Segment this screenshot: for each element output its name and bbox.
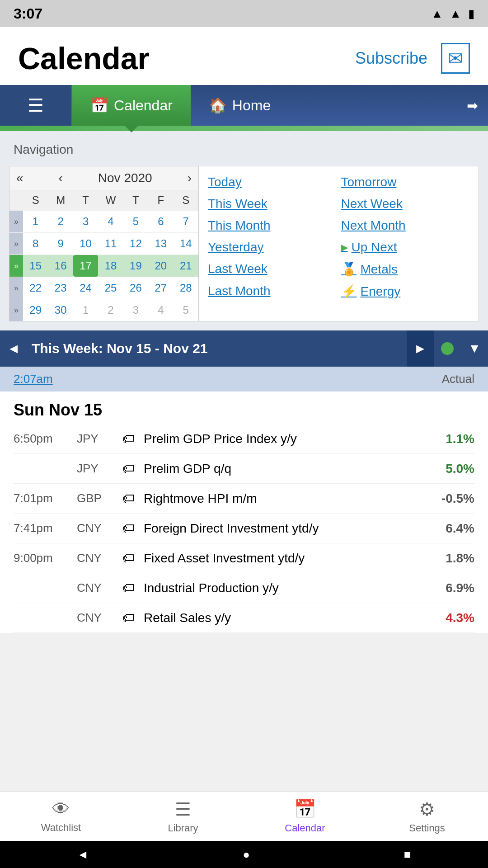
mail-icon[interactable]: ✉ <box>441 43 470 74</box>
subscribe-button[interactable]: Subscribe <box>355 49 427 68</box>
cal-next-button[interactable]: › <box>188 171 192 185</box>
status-icons: ▲ ▲ ▮ <box>432 7 474 21</box>
cal-day-3-4[interactable]: 26 <box>123 277 148 299</box>
cal-day-4-3[interactable]: 2 <box>98 299 123 321</box>
cal-day-3-0[interactable]: 22 <box>23 277 48 299</box>
cal-day-1-6[interactable]: 14 <box>174 233 198 255</box>
green-accent <box>0 126 488 131</box>
cal-day-4-1[interactable]: 30 <box>48 299 73 321</box>
cal-day-3-5[interactable]: 27 <box>148 277 173 299</box>
bottom-nav-library[interactable]: ☰ Library <box>122 799 244 834</box>
events-list: Sun Nov 15 6:50pmJPY🏷Prelim GDP Price In… <box>0 392 488 633</box>
event-row-4[interactable]: 9:00pmCNY🏷Fixed Asset Investment ytd/y1.… <box>14 543 474 573</box>
time-label[interactable]: 2:07am <box>14 372 53 386</box>
event-value-1: 5.0% <box>420 462 474 476</box>
nav-this-week[interactable]: This Week <box>208 195 337 213</box>
nav-today[interactable]: Today <box>208 173 337 191</box>
cal-day-0-3[interactable]: 4 <box>98 211 123 232</box>
bottom-nav-watchlist[interactable]: 👁 Watchlist <box>0 799 122 834</box>
cal-day-4-4[interactable]: 3 <box>123 299 148 321</box>
cal-day-3-3[interactable]: 25 <box>98 277 123 299</box>
event-row-1[interactable]: JPY🏷Prelim GDP q/q5.0% <box>14 454 474 484</box>
cal-week-btn-3[interactable]: » <box>9 277 23 299</box>
event-currency-1: JPY <box>77 462 113 476</box>
nav-tomorrow[interactable]: Tomorrow <box>341 173 470 191</box>
time-header: 2:07am Actual <box>0 367 488 392</box>
nav-this-month[interactable]: This Month <box>208 217 337 235</box>
cal-day-1-5[interactable]: 13 <box>148 233 173 255</box>
logo-icon: ☰ <box>28 95 44 116</box>
week-filter-button[interactable]: ▼ <box>461 330 488 367</box>
nav-yesterday[interactable]: Yesterday <box>208 238 337 256</box>
event-row-5[interactable]: CNY🏷Industrial Production y/y6.9% <box>14 573 474 603</box>
cal-day-sat: S <box>174 190 198 210</box>
week-next-button[interactable]: ► <box>407 330 434 367</box>
cal-day-4-5[interactable]: 4 <box>148 299 173 321</box>
nav-up-next[interactable]: ▶ Up Next <box>341 238 470 256</box>
cal-week-row-0: »1234567 <box>9 210 198 232</box>
nav-energy[interactable]: ⚡ Energy <box>341 282 470 301</box>
metals-icon: 🏅 <box>341 262 357 277</box>
cal-day-1-4[interactable]: 12 <box>123 233 148 255</box>
cal-week-btn-2[interactable]: » <box>9 255 23 277</box>
cal-day-4-0[interactable]: 29 <box>23 299 48 321</box>
nav-tab-home[interactable]: 🏠 Home <box>191 85 289 126</box>
cal-week-btn-4[interactable]: » <box>9 299 23 321</box>
cal-week-row-3: »22232425262728 <box>9 277 198 299</box>
nav-last-month[interactable]: Last Month <box>208 282 337 301</box>
cal-prev-prev-button[interactable]: « <box>16 171 23 185</box>
cal-day-1-1[interactable]: 9 <box>48 233 73 255</box>
cal-week-btn-1[interactable]: » <box>9 233 23 255</box>
event-name-0: Prelim GDP Price Index y/y <box>144 432 411 446</box>
calendar-section: Navigation « ‹ Nov 2020 › S M T W T F S … <box>0 131 488 330</box>
back-button[interactable]: ◄ <box>77 848 89 862</box>
event-row-6[interactable]: CNY🏷Retail Sales y/y4.3% <box>14 603 474 633</box>
cal-day-0-1[interactable]: 2 <box>48 211 73 232</box>
watchlist-icon: 👁 <box>52 799 70 819</box>
signal-icon: ▲ <box>450 7 461 21</box>
event-flag-icon-1: 🏷 <box>122 461 135 476</box>
cal-day-2-6[interactable]: 21 <box>174 255 198 277</box>
cal-day-4-6[interactable]: 5 <box>174 299 198 321</box>
cal-day-2-3[interactable]: 18 <box>98 255 123 277</box>
nav-last-week[interactable]: Last Week <box>208 260 337 278</box>
event-name-4: Fixed Asset Investment ytd/y <box>144 551 411 566</box>
nav-tab-calendar[interactable]: 📅 Calendar <box>72 85 191 126</box>
cal-day-3-1[interactable]: 23 <box>48 277 73 299</box>
cal-week-btn-0[interactable]: » <box>9 211 23 232</box>
status-time: 3:07 <box>14 5 42 22</box>
nav-next-week[interactable]: Next Week <box>341 195 470 213</box>
bottom-nav-settings[interactable]: ⚙ Settings <box>366 799 488 834</box>
cal-day-3-6[interactable]: 28 <box>174 277 198 299</box>
event-name-1: Prelim GDP q/q <box>144 462 411 476</box>
cal-day-2-5[interactable]: 20 <box>148 255 173 277</box>
cal-day-1-2[interactable]: 10 <box>73 233 98 255</box>
bottom-nav-calendar[interactable]: 📅 Calendar <box>244 798 366 834</box>
cal-day-0-2[interactable]: 3 <box>73 211 98 232</box>
week-prev-button[interactable]: ◄ <box>0 330 27 367</box>
nav-metals[interactable]: 🏅 Metals <box>341 260 470 278</box>
cal-prev-button[interactable]: ‹ <box>59 171 63 185</box>
nav-exit-button[interactable]: ➡ <box>456 85 488 126</box>
cal-day-0-4[interactable]: 5 <box>123 211 148 232</box>
event-currency-2: GBP <box>77 491 113 505</box>
home-button[interactable]: ● <box>243 848 250 862</box>
cal-day-4-2[interactable]: 1 <box>73 299 98 321</box>
cal-day-2-1[interactable]: 16 <box>48 255 73 277</box>
cal-day-2-0[interactable]: 15 <box>23 255 48 277</box>
event-row-0[interactable]: 6:50pmJPY🏷Prelim GDP Price Index y/y1.1% <box>14 424 474 454</box>
cal-day-0-6[interactable]: 7 <box>174 211 198 232</box>
cal-day-2-2[interactable]: 17 <box>73 255 98 277</box>
recent-button[interactable]: ■ <box>404 848 411 862</box>
cal-day-3-2[interactable]: 24 <box>73 277 98 299</box>
event-row-3[interactable]: 7:41pmCNY🏷Foreign Direct Investment ytd/… <box>14 514 474 543</box>
nav-next-month[interactable]: Next Month <box>341 217 470 235</box>
cal-day-2-4[interactable]: 19 <box>123 255 148 277</box>
event-row-2[interactable]: 7:01pmGBP🏷Rightmove HPI m/m-0.5% <box>14 484 474 514</box>
event-flag-icon-4: 🏷 <box>122 551 135 566</box>
cal-day-1-3[interactable]: 11 <box>98 233 123 255</box>
event-flag-icon-6: 🏷 <box>122 610 135 625</box>
cal-day-0-0[interactable]: 1 <box>23 211 48 232</box>
cal-day-1-0[interactable]: 8 <box>23 233 48 255</box>
cal-day-0-5[interactable]: 6 <box>148 211 173 232</box>
